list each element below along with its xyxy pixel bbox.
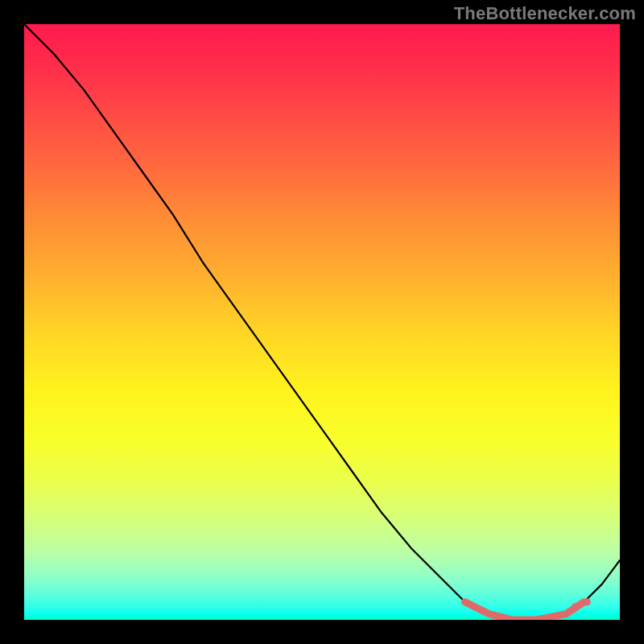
optimal-range-line — [465, 602, 584, 620]
optimal-range-dot — [584, 598, 591, 605]
chart-stage: TheBottlenecker.com — [0, 0, 644, 644]
bottleneck-curve — [24, 24, 620, 620]
plot-area — [24, 24, 620, 620]
watermark-text: TheBottlenecker.com — [454, 3, 636, 24]
optimal-range-dot — [572, 603, 579, 610]
plot-svg — [24, 24, 620, 620]
